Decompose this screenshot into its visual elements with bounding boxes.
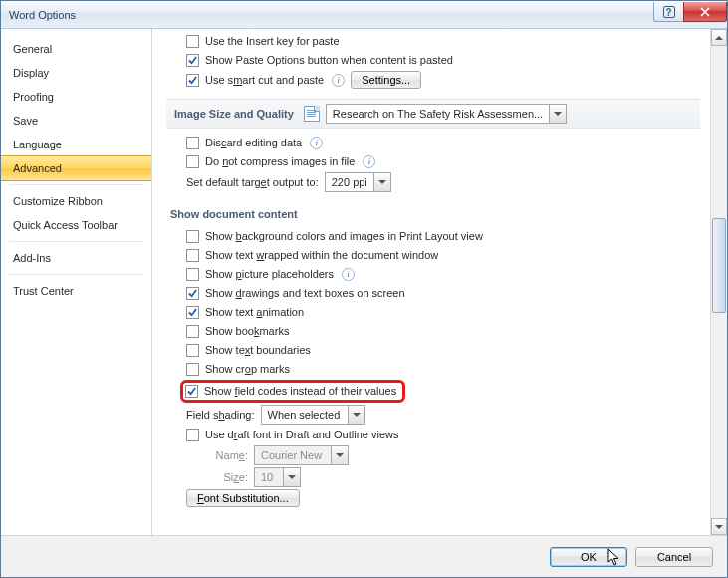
sidebar-item-addins[interactable]: Add-Ins: [1, 246, 151, 270]
sidebar-separator: [9, 274, 143, 275]
drawings-checkbox[interactable]: [186, 287, 199, 300]
text-anim-checkbox[interactable]: [186, 306, 199, 319]
vertical-scrollbar[interactable]: [710, 29, 727, 535]
smart-cut-row: Use smart cut and paste i Settings...: [186, 71, 700, 89]
window-title: Word Options: [9, 9, 653, 21]
chevron-down-icon: [715, 525, 723, 529]
sidebar-item-customize-ribbon[interactable]: Customize Ribbon: [1, 189, 151, 213]
font-size-select: 10: [254, 467, 301, 487]
chevron-up-icon: [715, 36, 723, 40]
crop-marks-row: Show crop marks: [186, 361, 700, 378]
sidebar-item-display[interactable]: Display: [1, 61, 151, 85]
text-bound-checkbox[interactable]: [186, 344, 199, 357]
sidebar-separator: [9, 241, 143, 242]
font-name-row: Name: Courier New: [206, 445, 700, 465]
chevron-down-icon: [336, 453, 344, 457]
close-button[interactable]: [683, 2, 727, 22]
no-compress-row: Do not compress images in file i: [186, 153, 700, 170]
show-paste-opts-row: Show Paste Options button when content i…: [186, 52, 700, 69]
info-icon[interactable]: i: [310, 137, 323, 149]
field-shading-select[interactable]: When selected: [261, 405, 365, 425]
info-icon[interactable]: i: [332, 74, 345, 87]
no-compress-label: Do not compress images in file: [205, 153, 355, 170]
ok-button[interactable]: OK: [550, 547, 627, 567]
text-anim-label: Show text animation: [205, 304, 304, 321]
drawings-row: Show drawings and text boxes on screen: [186, 285, 700, 302]
sidebar-item-general[interactable]: General: [1, 37, 151, 61]
sidebar-item-advanced[interactable]: Advanced: [1, 155, 151, 181]
use-insert-key-checkbox[interactable]: [186, 35, 199, 48]
category-sidebar: General Display Proofing Save Language A…: [1, 29, 152, 535]
discard-editing-checkbox[interactable]: [186, 137, 199, 149]
scroll-down-button[interactable]: [711, 518, 727, 535]
smart-cut-checkbox[interactable]: [186, 74, 199, 87]
draft-font-checkbox[interactable]: [186, 429, 199, 441]
bg-colors-row: Show background colors and images in Pri…: [186, 228, 700, 245]
title-bar: Word Options ?: [1, 1, 727, 29]
draft-font-row: Use draft font in Draft and Outline view…: [186, 427, 700, 443]
bg-colors-label: Show background colors and images in Pri…: [205, 228, 483, 245]
font-size-label: Size:: [206, 469, 248, 486]
font-substitution-button[interactable]: Font Substitution...: [186, 489, 300, 507]
dialog-body: General Display Proofing Save Language A…: [1, 29, 727, 535]
options-content: Use the Insert key for paste Show Paste …: [152, 29, 727, 535]
show-document-section-label: Show document content: [170, 208, 298, 220]
info-icon[interactable]: i: [363, 155, 375, 168]
scroll-thumb[interactable]: [712, 218, 726, 313]
cancel-button[interactable]: Cancel: [635, 547, 713, 567]
show-document-section: Show document content: [170, 204, 700, 224]
crop-marks-label: Show crop marks: [205, 361, 290, 378]
font-size-row: Size: 10: [206, 467, 700, 487]
chevron-down-icon: [288, 475, 296, 479]
options-scroll: Use the Insert key for paste Show Paste …: [152, 29, 710, 535]
smart-cut-label: Use smart cut and paste: [205, 72, 324, 89]
field-shading-label: Field shading:: [186, 407, 255, 424]
text-bound-row: Show text boundaries: [186, 342, 700, 359]
text-wrap-row: Show text wrapped within the document wi…: [186, 247, 700, 264]
text-bound-label: Show text boundaries: [205, 342, 311, 359]
chevron-down-icon: [554, 112, 562, 116]
text-wrap-label: Show text wrapped within the document wi…: [205, 247, 438, 264]
use-insert-key-label: Use the Insert key for paste: [205, 33, 340, 50]
discard-editing-row: Discard editing data i: [186, 135, 700, 151]
no-compress-checkbox[interactable]: [186, 155, 199, 168]
sidebar-item-save[interactable]: Save: [1, 109, 151, 133]
close-icon: [700, 7, 710, 17]
field-codes-row: Show field codes instead of their values: [180, 380, 405, 403]
info-icon[interactable]: i: [342, 268, 355, 281]
show-paste-opts-checkbox[interactable]: [186, 54, 199, 67]
font-sub-row: Font Substitution...: [186, 489, 700, 507]
sidebar-item-language[interactable]: Language: [1, 133, 151, 156]
default-target-label: Set default target output to:: [186, 174, 319, 191]
use-insert-key-row: Use the Insert key for paste: [186, 33, 700, 50]
pic-place-checkbox[interactable]: [186, 268, 199, 281]
chevron-down-icon: [353, 413, 361, 417]
text-anim-row: Show text animation: [186, 304, 700, 321]
image-doc-select[interactable]: Research on The Safety Risk Assessmen...: [326, 104, 567, 124]
drawings-label: Show drawings and text boxes on screen: [205, 285, 405, 302]
word-options-dialog: Word Options ? General Display Proofing …: [0, 0, 728, 578]
settings-button[interactable]: Settings...: [351, 71, 421, 89]
sidebar-item-proofing[interactable]: Proofing: [1, 85, 151, 109]
help-button[interactable]: ?: [653, 2, 683, 22]
bookmarks-checkbox[interactable]: [186, 325, 199, 338]
text-wrap-checkbox[interactable]: [186, 249, 199, 262]
draft-font-label: Use draft font in Draft and Outline view…: [205, 427, 398, 443]
sidebar-item-qat[interactable]: Quick Access Toolbar: [1, 213, 151, 237]
sidebar-item-trust-center[interactable]: Trust Center: [1, 279, 151, 303]
discard-editing-label: Discard editing data: [205, 135, 302, 151]
field-shading-row: Field shading: When selected: [186, 405, 700, 425]
pic-place-label: Show picture placeholders: [205, 266, 334, 283]
window-buttons: ?: [653, 1, 727, 28]
show-paste-opts-label: Show Paste Options button when content i…: [205, 52, 453, 69]
bg-colors-checkbox[interactable]: [186, 230, 199, 243]
field-codes-checkbox[interactable]: [185, 385, 198, 398]
ppi-select[interactable]: 220 ppi: [325, 172, 391, 192]
bookmarks-row: Show bookmarks: [186, 323, 700, 340]
dialog-footer: OK Cancel: [1, 535, 727, 577]
font-name-select: Courier New: [254, 445, 349, 465]
sidebar-separator: [9, 184, 143, 185]
scroll-up-button[interactable]: [711, 29, 727, 46]
crop-marks-checkbox[interactable]: [186, 363, 199, 376]
pic-place-row: Show picture placeholders i: [186, 266, 700, 283]
